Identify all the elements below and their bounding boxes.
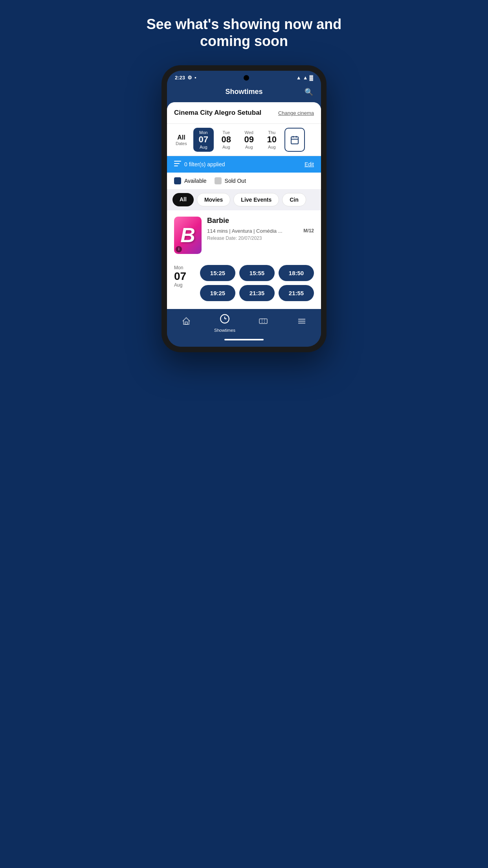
- all-sub: Dates: [176, 141, 187, 146]
- soldout-label: Sold Out: [225, 178, 246, 184]
- svg-rect-10: [174, 163, 180, 164]
- poster-letter: B: [180, 225, 195, 245]
- showtime-date-label: Mon 07 Aug: [174, 265, 194, 288]
- time-btn-2155[interactable]: 21:55: [279, 285, 314, 301]
- app-title: Showtimes: [225, 88, 262, 96]
- calendar-button[interactable]: [284, 128, 305, 151]
- svg-rect-16: [259, 319, 267, 324]
- svg-rect-9: [174, 161, 181, 162]
- date-item-wed09[interactable]: Wed 09 Aug: [239, 128, 259, 151]
- movie-poster[interactable]: B i: [174, 217, 202, 254]
- nav-label-showtimes: Showtimes: [214, 328, 235, 333]
- legend-available: Available: [174, 177, 207, 184]
- menu-icon: [297, 316, 306, 328]
- svg-rect-0: [291, 137, 298, 144]
- status-time: 2:23: [175, 75, 185, 81]
- movie-details: Barbie 114 mins | Aventura | Comédia ...…: [207, 217, 314, 241]
- showtimes-icon: [220, 314, 230, 326]
- tab-movies[interactable]: Movies: [197, 193, 230, 206]
- time-btn-1925[interactable]: 19:25: [200, 285, 235, 301]
- month-label-aug3: Aug: [245, 145, 253, 149]
- date-item-tue08[interactable]: Tue 08 Aug: [216, 128, 237, 151]
- tickets-icon: [259, 316, 268, 328]
- time-btn-1850[interactable]: 18:50: [279, 265, 314, 281]
- showtimes-section: Mon 07 Aug 15:25 15:55 18:50 19:25 21:35…: [167, 259, 321, 309]
- nav-item-showtimes[interactable]: Showtimes: [211, 314, 238, 333]
- date-item-mon07[interactable]: Mon 07 Aug: [193, 128, 214, 151]
- status-left: 2:23 ⚙ ▪: [175, 75, 196, 81]
- day-number-07: 07: [199, 135, 208, 144]
- svg-rect-12: [185, 322, 187, 324]
- time-btn-1555[interactable]: 15:55: [239, 265, 275, 281]
- category-tabs: All Movies Live Events Cin: [167, 189, 321, 210]
- month-label-aug2: Aug: [222, 145, 230, 149]
- wifi-icon: ▲: [296, 75, 301, 81]
- tab-all[interactable]: All: [172, 193, 194, 206]
- showtime-day-number: 07: [174, 270, 194, 283]
- filter-edit-button[interactable]: Edit: [305, 161, 314, 167]
- status-right: ▲ ▲ ▓: [296, 75, 313, 81]
- bottom-nav: Showtimes: [167, 309, 321, 336]
- soldout-dot: [215, 177, 222, 184]
- filter-left: 0 filter(s) applied: [174, 161, 225, 168]
- signal-icon: ▲: [303, 75, 308, 81]
- movie-meta-row: 114 mins | Aventura | Comédia ... Releas…: [207, 228, 314, 241]
- camera-notch: [244, 75, 249, 81]
- filter-bar: 0 filter(s) applied Edit: [167, 156, 321, 173]
- filter-icon: [174, 161, 181, 168]
- showtime-day-row: Mon 07 Aug 15:25 15:55 18:50 19:25 21:35…: [174, 265, 314, 301]
- nav-item-tickets[interactable]: [250, 316, 277, 330]
- app-header: Showtimes 🔍: [167, 83, 321, 102]
- poster-info-icon: i: [176, 246, 182, 252]
- legend: Available Sold Out: [167, 173, 321, 189]
- time-btn-1525[interactable]: 15:25: [200, 265, 235, 281]
- date-item-all[interactable]: All Dates: [172, 128, 191, 151]
- phone-shell: 2:23 ⚙ ▪ ▲ ▲ ▓ Showtimes 🔍 Cinema City A…: [161, 65, 327, 352]
- data-icon: ▪: [194, 75, 196, 81]
- svg-rect-11: [174, 166, 178, 166]
- month-label-aug4: Aug: [268, 145, 276, 149]
- rating-badge: M/12: [303, 228, 314, 234]
- month-label-aug1: Aug: [200, 145, 207, 149]
- day-number-08: 08: [222, 135, 231, 144]
- showtime-month: Aug: [174, 282, 194, 288]
- showtime-day-name: Mon: [174, 265, 194, 270]
- date-item-thu10[interactable]: Thu 10 Aug: [262, 128, 282, 151]
- day-number-10: 10: [267, 135, 277, 144]
- movie-info: B i Barbie 114 mins | Aventura | Comédia…: [167, 210, 321, 259]
- release-label: Release Date:: [207, 235, 237, 241]
- movie-card: B i Barbie 114 mins | Aventura | Comédia…: [167, 210, 321, 309]
- content-area: Cinema City Alegro Setubal Change cinema…: [167, 102, 321, 309]
- nav-item-home[interactable]: [172, 316, 200, 330]
- showtime-times: 15:25 15:55 18:50 19:25 21:35 21:55: [200, 265, 314, 301]
- change-cinema-button[interactable]: Change cinema: [278, 110, 314, 116]
- cinema-selector: Cinema City Alegro Setubal Change cinema: [167, 102, 321, 124]
- release-date: 20/07/2023: [238, 235, 262, 241]
- filter-count: 0 filter(s) applied: [184, 161, 225, 167]
- settings-icon: ⚙: [187, 75, 192, 81]
- available-dot: [174, 177, 181, 184]
- cinema-name: Cinema City Alegro Setubal: [174, 108, 261, 117]
- day-number-09: 09: [244, 135, 254, 144]
- home-icon: [182, 316, 191, 328]
- phone-screen: 2:23 ⚙ ▪ ▲ ▲ ▓ Showtimes 🔍 Cinema City A…: [167, 71, 321, 346]
- movie-meta: 114 mins | Aventura | Comédia ...: [207, 228, 283, 234]
- home-indicator: [224, 339, 264, 340]
- tab-cin[interactable]: Cin: [282, 193, 306, 206]
- all-text: All: [177, 134, 185, 141]
- battery-icon: ▓: [310, 75, 313, 81]
- time-btn-2135[interactable]: 21:35: [239, 285, 275, 301]
- date-selector: All Dates Mon 07 Aug Tue 08 Aug Wed 09 A…: [167, 124, 321, 156]
- status-bar: 2:23 ⚙ ▪ ▲ ▲ ▓: [167, 71, 321, 83]
- promo-title: See what's showing now and coming soon: [134, 16, 354, 50]
- search-icon[interactable]: 🔍: [305, 88, 313, 96]
- movie-title[interactable]: Barbie: [207, 217, 314, 225]
- legend-soldout: Sold Out: [215, 177, 246, 184]
- nav-item-menu[interactable]: [288, 316, 316, 330]
- tab-live-events[interactable]: Live Events: [233, 193, 279, 206]
- available-label: Available: [184, 178, 207, 184]
- movie-release: Release Date: 20/07/2023: [207, 235, 283, 241]
